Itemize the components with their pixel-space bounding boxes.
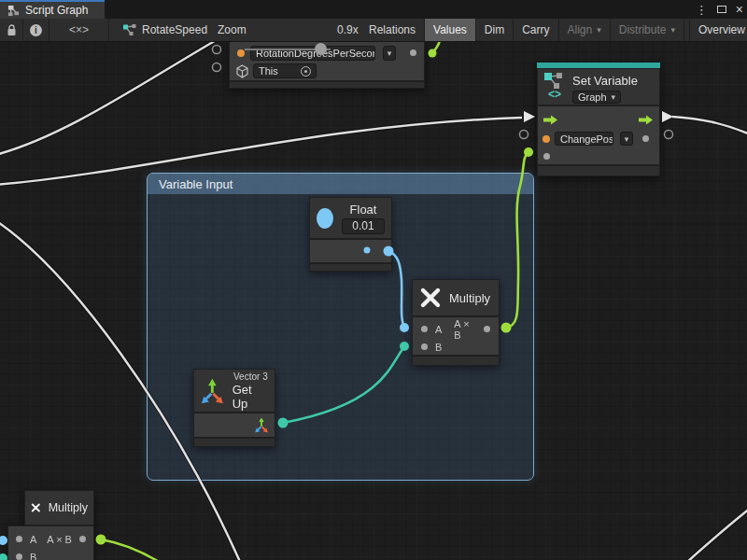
port-out-label: A × B — [47, 534, 72, 545]
port-out-label: A × B — [454, 318, 476, 341]
toolbar-button-overview[interactable]: Overview — [689, 19, 747, 41]
node-set-variable[interactable]: <> Set Variable Graph ▾ — [537, 63, 660, 176]
node-float[interactable]: Float 0.01 — [309, 197, 392, 272]
variable-caret-button[interactable]: ▾ — [620, 132, 633, 146]
code-angle-icon: <> — [548, 91, 561, 98]
info-button[interactable]: i — [23, 19, 49, 41]
code-icon: <×> — [69, 23, 89, 36]
info-icon: i — [30, 24, 42, 36]
target-label: This — [259, 65, 278, 77]
chevron-down-icon: ▾ — [670, 25, 675, 35]
graph-breadcrumb-icon — [122, 23, 136, 36]
port-b-label: B — [435, 342, 442, 353]
scope-dropdown[interactable]: Graph ▾ — [572, 91, 621, 104]
object-picker-icon[interactable] — [301, 66, 311, 77]
node-footer — [229, 81, 425, 89]
node-multiply-2[interactable]: Multiply A A × B B — [7, 490, 94, 560]
cube-icon — [235, 64, 249, 78]
toolbar-button-relations[interactable]: Relations — [360, 19, 425, 41]
node-type-label: Vector 3 — [233, 371, 268, 382]
graph-toolbar: i <×> RotateSpeed Zoom 0.9x Relations Va… — [0, 19, 747, 42]
tab-script-graph[interactable]: Script Graph — [0, 0, 105, 19]
window-menu-icon[interactable]: ⋮ — [696, 3, 708, 17]
multiply-icon — [31, 497, 41, 518]
variable-port-icon[interactable] — [543, 135, 550, 143]
toolbar-button-align[interactable]: Align▾ — [559, 19, 611, 41]
zoom-value: 0.9x — [337, 23, 359, 36]
close-icon[interactable]: × — [736, 2, 743, 17]
node-title: Set Variable — [572, 74, 638, 88]
code-preview-button[interactable]: <×> — [49, 19, 109, 41]
toolbar-button-dim[interactable]: Dim — [476, 19, 514, 41]
vector3-port-icon[interactable] — [254, 417, 269, 433]
port-out[interactable] — [484, 326, 490, 332]
variable-output-port[interactable] — [410, 49, 416, 56]
maximize-icon[interactable] — [717, 6, 726, 13]
node-title: Float — [350, 203, 377, 217]
target-field[interactable]: This — [253, 63, 317, 78]
node-multiply[interactable]: Multiply A A × B B — [412, 279, 500, 366]
breadcrumb-graph-name[interactable]: RotateSpeed — [142, 23, 207, 36]
script-graph-window: Variable Input RotationDegreesPerSecond … — [0, 0, 747, 560]
node-footer — [412, 356, 500, 366]
toolbar-button-distribute[interactable]: Distribute▾ — [611, 19, 684, 41]
vector3-icon — [200, 377, 225, 405]
node-get-up[interactable]: Vector 3 Get Up — [193, 369, 275, 447]
flow-out-arrow[interactable] — [639, 115, 654, 125]
zoom-slider-handle[interactable] — [315, 43, 327, 55]
port-b[interactable] — [421, 343, 428, 350]
tab-title: Script Graph — [25, 4, 88, 17]
multiply-icon — [419, 287, 442, 309]
graph-icon — [7, 5, 20, 17]
variable-name-dropdown[interactable]: RotationDegreesPerSecond — [250, 46, 375, 61]
port-out[interactable] — [79, 536, 86, 542]
scope-label: Graph — [578, 91, 607, 103]
node-title: Multiply — [449, 291, 490, 305]
chevron-down-icon: ▾ — [597, 25, 601, 35]
set-variable-icon: <> — [543, 72, 566, 98]
toolbar-button-values[interactable]: Values — [425, 19, 476, 41]
tab-bar: Script Graph ⋮ × — [0, 0, 747, 19]
node-title: Get Up — [233, 383, 269, 411]
zoom-label: Zoom — [218, 23, 247, 36]
float-value-field[interactable]: 0.01 — [342, 218, 385, 234]
float-value: 0.01 — [352, 219, 374, 232]
value-input-port[interactable] — [543, 153, 550, 160]
lock-button[interactable] — [0, 19, 23, 41]
port-a[interactable] — [421, 326, 428, 332]
node-footer — [537, 165, 660, 176]
lock-icon — [7, 24, 17, 36]
variable-port-icon[interactable] — [237, 49, 245, 57]
flow-in-arrow[interactable] — [543, 115, 558, 125]
port-a[interactable] — [16, 536, 22, 542]
variable-name-dropdown[interactable]: ChangePos — [555, 132, 613, 146]
port-a-label: A — [30, 534, 36, 545]
value-output-port[interactable] — [642, 135, 649, 142]
group-header[interactable]: Variable Input — [148, 174, 533, 194]
float-type-icon — [317, 208, 333, 229]
node-footer — [193, 438, 275, 447]
variable-name: ChangePos — [560, 133, 613, 145]
port-b-label: B — [30, 552, 36, 560]
variable-caret-button[interactable]: ▾ — [383, 46, 396, 61]
node-title: Multiply — [49, 501, 88, 514]
group-title: Variable Input — [159, 177, 233, 191]
port-a-label: A — [435, 324, 442, 335]
toolbar-button-carry[interactable]: Carry — [514, 19, 558, 41]
node-footer — [309, 263, 392, 272]
port-b[interactable] — [16, 553, 22, 560]
